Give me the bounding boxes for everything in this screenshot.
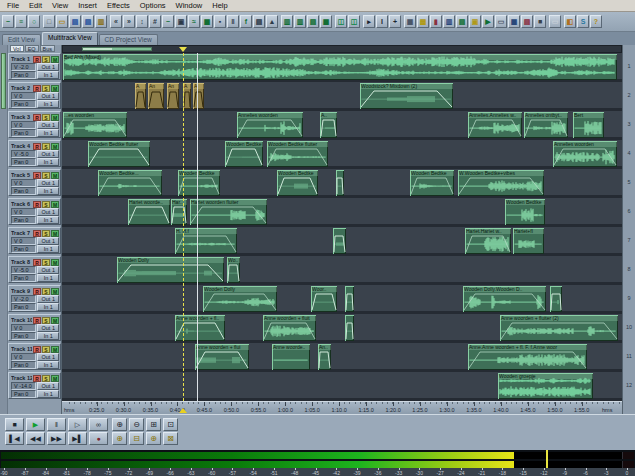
pan-value[interactable]: Pan 0 — [11, 71, 36, 79]
audio-clip[interactable]: Bert — [573, 112, 604, 138]
record-arm-button[interactable]: R — [33, 230, 41, 237]
level-meter[interactable]: -90-87-84-81-78-75-72-69-66-63-60-57-54-… — [0, 450, 635, 476]
pan-value[interactable]: Pan 0 — [11, 245, 36, 253]
menu-item-view[interactable]: View — [47, 1, 73, 10]
audio-clip[interactable]: Wooden Bedtke — [178, 170, 220, 196]
stop-button[interactable]: ■ — [5, 418, 24, 431]
metronome-icon[interactable]: ▲ — [266, 15, 278, 28]
tab-edit-view[interactable]: Edit View — [2, 34, 41, 45]
pan-value[interactable]: Pan 0 — [11, 216, 36, 224]
audio-clip[interactable]: Wooden Dolly.Wooden D.. — [463, 286, 546, 312]
edit-clip-icon[interactable]: ▥ — [281, 15, 293, 28]
volume-value[interactable]: V -5.0 — [11, 266, 36, 274]
input-button[interactable]: In 1 — [37, 100, 59, 108]
volume-value[interactable]: V 0 — [11, 237, 36, 245]
new-file-icon[interactable]: □ — [43, 15, 55, 28]
show-time-icon[interactable]: ▤ — [456, 15, 468, 28]
audio-clip[interactable]: A.. — [320, 112, 337, 138]
volume-value[interactable]: V -5.0 — [11, 150, 36, 158]
record-button[interactable]: ● — [89, 432, 108, 445]
audio-clip[interactable]: Wooden Bedtke... — [98, 170, 162, 196]
menu-item-edit[interactable]: Edit — [24, 1, 47, 10]
audio-clip[interactable]: A — [135, 83, 146, 109]
mute-button[interactable]: M — [51, 201, 59, 208]
audio-clip[interactable]: Hariet.Hariet w.. — [465, 228, 511, 254]
output-button[interactable]: Out 1 — [37, 266, 59, 274]
audio-clip[interactable]: Annelies woorden — [237, 112, 303, 138]
solo-button[interactable]: S — [42, 85, 50, 92]
zoom-selection-button[interactable]: ⊡ — [163, 418, 178, 431]
audio-clip[interactable] — [333, 228, 346, 254]
audio-clip[interactable]: Annelies ontbyt.. — [524, 112, 568, 138]
pan-value[interactable]: Pan 0 — [11, 100, 36, 108]
redo-icon[interactable]: » — [123, 15, 135, 28]
output-button[interactable]: Out 1 — [37, 295, 59, 303]
output-button[interactable]: Out 1 — [37, 208, 59, 216]
output-button[interactable]: Out 1 — [37, 179, 59, 187]
solo-button[interactable]: S — [42, 375, 50, 382]
output-button[interactable]: Out 1 — [37, 382, 59, 390]
selection-start-marker[interactable] — [179, 47, 187, 52]
rewind-button[interactable]: ◀◀ — [26, 432, 45, 445]
track-range-indicator[interactable] — [1, 53, 6, 109]
output-button[interactable]: Out 1 — [37, 324, 59, 332]
snapping-icon[interactable]: ‖ — [227, 15, 239, 28]
pan-value[interactable]: Pan 0 — [11, 390, 36, 398]
menu-item-file[interactable]: File — [2, 1, 24, 10]
organizer-icon[interactable]: ▥ — [95, 15, 107, 28]
volume-value[interactable]: V 0 — [11, 208, 36, 216]
fast-forward-button[interactable]: ▶▶ — [47, 432, 66, 445]
audio-clip[interactable]: Anne woorden + flui — [195, 344, 249, 370]
menu-item-help[interactable]: Help — [207, 1, 232, 10]
clip-envelope-icon[interactable]: ▦ — [320, 15, 332, 28]
ruler-cursor-marker[interactable] — [179, 408, 187, 413]
solo-button[interactable]: S — [42, 56, 50, 63]
pan-value[interactable]: Pan 0 — [11, 303, 36, 311]
record-arm-button[interactable]: R — [33, 143, 41, 150]
solo-button[interactable]: S — [42, 259, 50, 266]
record-arm-button[interactable]: R — [33, 346, 41, 353]
open-file-icon[interactable]: ▭ — [56, 15, 68, 28]
show-play-icon[interactable]: ▶ — [482, 15, 494, 28]
tab-multitrack-view[interactable]: Multitrack View — [42, 32, 98, 45]
pan-value[interactable]: Pan 0 — [11, 361, 36, 369]
audio-clip[interactable] — [345, 286, 354, 312]
audio-clip[interactable]: Bed Ahh (Mixed) — [63, 54, 617, 80]
audio-clip[interactable]: Wooden groepje — [498, 373, 593, 399]
volume-value[interactable]: V -2.0 — [11, 295, 36, 303]
record-arm-button[interactable]: R — [33, 114, 41, 121]
mute-button[interactable]: M — [51, 85, 59, 92]
volume-value[interactable]: V -14.0 — [11, 382, 36, 390]
volume-value[interactable]: V 0 — [11, 179, 36, 187]
mini-tab-vol[interactable]: Vol — [10, 45, 24, 52]
record-arm-button[interactable]: R — [33, 288, 41, 295]
show-session-icon[interactable]: ▤ — [521, 15, 533, 28]
audio-clip[interactable]: Annelies woorden — [553, 141, 617, 167]
blank-panel-icon[interactable]: ■ — [534, 15, 546, 28]
mute-button[interactable]: M — [51, 317, 59, 324]
audio-clip[interactable] — [550, 286, 562, 312]
audio-clip[interactable]: Wooden Bedtke — [277, 170, 318, 196]
pan-value[interactable]: Pan 0 — [11, 332, 36, 340]
pan-value[interactable]: Pan 0 — [11, 129, 36, 137]
record-arm-button[interactable]: R — [33, 85, 41, 92]
audio-clip[interactable]: Wooden Bedtke — [225, 141, 263, 167]
audio-clip[interactable]: Woodstock? Mixdown (2) — [360, 83, 453, 109]
mute-button[interactable]: M — [51, 56, 59, 63]
zoom-full-button[interactable]: ⊞ — [146, 418, 161, 431]
edit-view-icon[interactable]: ~ — [2, 15, 14, 28]
audio-clip[interactable]: Anne woorde.. — [272, 344, 310, 370]
input-button[interactable]: In 1 — [37, 187, 59, 195]
audio-clip[interactable]: ...es woorden — [63, 112, 127, 138]
output-button[interactable]: Out 1 — [37, 63, 59, 71]
session-props-icon[interactable]: ▤ — [253, 15, 265, 28]
zoom-out-full-button[interactable]: ⊠ — [163, 432, 178, 445]
mute-button[interactable]: M — [51, 375, 59, 382]
save-as-icon[interactable]: ▤ — [82, 15, 94, 28]
tab-cd-project-view[interactable]: CD Project View — [99, 34, 158, 45]
audio-clip[interactable]: Annelies.Annelies w.. — [468, 112, 522, 138]
mute-button[interactable]: M — [51, 346, 59, 353]
input-button[interactable]: In 1 — [37, 216, 59, 224]
output-button[interactable]: Out 1 — [37, 150, 59, 158]
audio-clip[interactable]: Wooden Dolly — [203, 286, 277, 312]
